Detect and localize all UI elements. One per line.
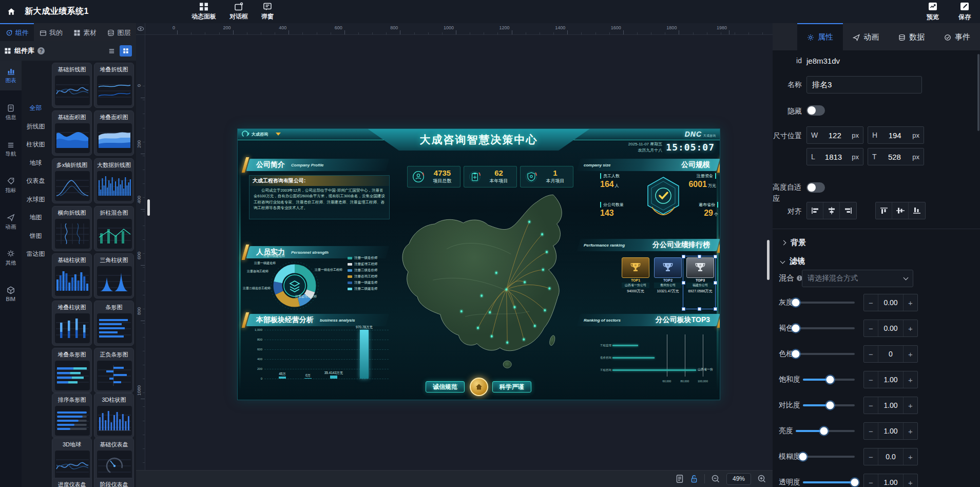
- tab-components[interactable]: 组件: [0, 23, 34, 41]
- component-card[interactable]: 排序条形图: [52, 393, 92, 438]
- canvas-scrollbar[interactable]: [767, 240, 770, 280]
- background-section[interactable]: 背景: [782, 238, 806, 248]
- canvas-area[interactable]: 0200400600800100012001400160018001980 02…: [136, 23, 773, 487]
- rank-card-top1[interactable]: TOP1山西省一分公司94000万元: [622, 257, 649, 294]
- right-tab-0[interactable]: 属性: [797, 23, 843, 50]
- plus-button[interactable]: +: [904, 397, 917, 414]
- subcategory-2[interactable]: 柱状图: [22, 140, 50, 149]
- rank-card-top2[interactable]: TOP2贵州分公司10321.47万元: [654, 257, 682, 294]
- component-card[interactable]: 基础柱状图: [52, 253, 92, 298]
- component-card[interactable]: 折柱混合图: [94, 206, 134, 251]
- panel-scrollbar[interactable]: [147, 199, 150, 216]
- component-card[interactable]: 进度仪表盘: [52, 478, 92, 487]
- category-0[interactable]: 图表: [0, 61, 22, 90]
- subcategory-0[interactable]: 全部: [22, 104, 50, 113]
- selection-handle[interactable]: [682, 255, 685, 258]
- zoom-out-icon[interactable]: [711, 474, 720, 483]
- plus-button[interactable]: +: [904, 474, 917, 487]
- tab-layers[interactable]: 图层: [102, 23, 136, 41]
- subcategory-3[interactable]: 地球: [22, 159, 50, 167]
- component-card[interactable]: 条形图: [94, 301, 134, 346]
- slider-track[interactable]: [796, 353, 855, 355]
- subcategory-5[interactable]: 水球图: [22, 195, 50, 204]
- subcategory-1[interactable]: 折线图: [22, 122, 50, 131]
- component-card[interactable]: 3D柱状图: [94, 393, 134, 438]
- category-1[interactable]: 信息: [0, 98, 22, 127]
- panel-scrollbar[interactable]: [977, 54, 979, 131]
- component-card[interactable]: 大数据折线图: [94, 158, 134, 203]
- category-5[interactable]: 其他: [0, 243, 22, 273]
- slider-track[interactable]: [796, 430, 855, 432]
- component-card[interactable]: 正负条形图: [94, 348, 134, 393]
- align-top-button[interactable]: [876, 202, 892, 219]
- selection-handle[interactable]: [682, 307, 685, 311]
- toolbar-button-2[interactable]: 弹窗: [261, 2, 274, 21]
- toolbar-button-1[interactable]: 对话框: [229, 2, 248, 21]
- slider-thumb[interactable]: [792, 325, 800, 332]
- slider-thumb[interactable]: [826, 376, 834, 384]
- category-bim[interactable]: BIM: [0, 279, 22, 309]
- align-left-button[interactable]: [807, 202, 823, 219]
- align-bottom-button[interactable]: [909, 202, 925, 219]
- grid-view-button[interactable]: [120, 45, 132, 57]
- lock-icon[interactable]: [690, 474, 698, 483]
- selection-handle[interactable]: [698, 307, 701, 311]
- plus-button[interactable]: +: [904, 294, 917, 311]
- help-icon[interactable]: ?: [37, 47, 45, 54]
- selection-handle[interactable]: [698, 255, 701, 258]
- category-4[interactable]: 动画: [0, 207, 22, 237]
- component-card[interactable]: 堆叠条形图: [52, 348, 92, 393]
- filter-section[interactable]: 滤镜: [781, 256, 805, 266]
- component-card[interactable]: 三角柱状图: [94, 253, 134, 298]
- subcategory-4[interactable]: 仪表盘: [22, 177, 50, 185]
- auto-height-toggle[interactable]: [806, 182, 825, 193]
- hide-toggle[interactable]: [806, 105, 825, 116]
- component-card[interactable]: 堆叠面积图: [94, 110, 134, 156]
- slider-thumb[interactable]: [826, 402, 834, 409]
- dashboard-artboard[interactable]: 大成咨询智慧决策中心 大成咨询 DNC 大成咨询 2025-11-07 星期五 …: [237, 128, 720, 400]
- tab-mine[interactable]: 我的: [34, 23, 68, 41]
- right-tab-2[interactable]: 数据: [889, 23, 934, 50]
- name-input[interactable]: [806, 76, 922, 93]
- toolbar-button-0[interactable]: 动态面板: [191, 2, 216, 21]
- footer-button-integrity[interactable]: 诚信规范: [426, 381, 465, 392]
- page-list-icon[interactable]: [676, 474, 684, 483]
- zoom-in-icon[interactable]: [757, 474, 766, 483]
- top-field[interactable]: T 528 px: [868, 148, 924, 165]
- plus-button[interactable]: +: [904, 423, 917, 439]
- subcategory-7[interactable]: 饼图: [22, 232, 50, 240]
- selection-handle[interactable]: [714, 255, 717, 258]
- left-field[interactable]: L 1813 px: [806, 148, 863, 165]
- component-card[interactable]: 基础仪表盘: [94, 438, 134, 483]
- ruler-corner[interactable]: [136, 23, 145, 35]
- slider-thumb[interactable]: [792, 299, 800, 307]
- component-card[interactable]: 堆叠柱状图: [52, 301, 92, 346]
- height-field[interactable]: H 194 px: [868, 126, 924, 144]
- slider-track[interactable]: [803, 481, 855, 483]
- tab-assets[interactable]: 素材: [68, 23, 102, 41]
- component-card[interactable]: 多x轴折线图: [52, 158, 92, 203]
- minus-button[interactable]: −: [864, 423, 878, 439]
- slider-track[interactable]: [803, 379, 855, 381]
- component-card[interactable]: 基础折线图: [52, 63, 92, 108]
- align-center-button[interactable]: [823, 202, 840, 219]
- minus-button[interactable]: −: [864, 371, 878, 388]
- selection-overlay[interactable]: [683, 256, 716, 309]
- slider-thumb[interactable]: [851, 479, 859, 486]
- right-tab-1[interactable]: 动画: [843, 23, 889, 50]
- plus-button[interactable]: +: [904, 346, 917, 362]
- category-3[interactable]: 指标: [0, 171, 22, 200]
- component-card[interactable]: 阶段仪表盘: [94, 478, 134, 487]
- align-middle-button[interactable]: [892, 202, 909, 219]
- minus-button[interactable]: −: [864, 448, 878, 465]
- minus-button[interactable]: −: [864, 346, 878, 362]
- minus-button[interactable]: −: [864, 474, 878, 487]
- selection-handle[interactable]: [714, 307, 717, 311]
- component-card[interactable]: 堆叠折线图: [94, 63, 134, 108]
- blend-select[interactable]: 请选择混合方式: [802, 270, 913, 287]
- right-tab-3[interactable]: 事件: [934, 23, 980, 50]
- plus-button[interactable]: +: [904, 371, 917, 388]
- slider-thumb[interactable]: [799, 453, 807, 461]
- slider-thumb[interactable]: [820, 427, 828, 435]
- slider-track[interactable]: [803, 456, 855, 458]
